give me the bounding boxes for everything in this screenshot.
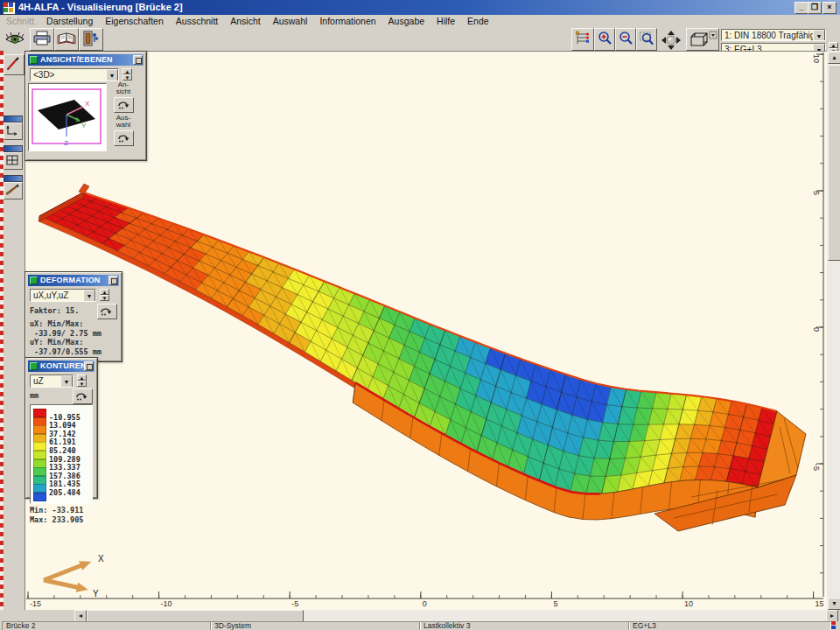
deformation-row-value: -37.97/0.555 mm — [30, 347, 119, 357]
status-model: Brücke 2 — [2, 621, 212, 630]
window-title: 4H-ALFA - Visualisierung [Brücke 2] — [18, 0, 183, 15]
legend-value: 157.386 — [49, 472, 80, 480]
panel-close-icon[interactable] — [133, 55, 143, 65]
menu-item-hilfe[interactable]: Hilfe — [430, 15, 461, 28]
legend-swatch — [33, 409, 46, 417]
faktor-label: Faktor: 15. — [30, 306, 79, 316]
menu-bar: SchnittDarstellungEigenschaftenAusschnit… — [0, 15, 840, 29]
status-system: 3D-System — [210, 621, 421, 630]
legend-swatch — [33, 467, 46, 476]
pan-navigation-pad[interactable] — [658, 28, 684, 49]
zoom-out-button[interactable] — [615, 28, 636, 51]
scroll-down-icon[interactable]: ▼ — [828, 598, 840, 610]
app-icon — [3, 2, 16, 15]
status-bar: Brücke 2 3D-System Lastkollektiv 3 EG+L3 — [0, 621, 840, 630]
menu-item-darstellung[interactable]: Darstellung — [40, 15, 99, 28]
konturen-spinner[interactable]: ▲▼ — [77, 374, 87, 388]
scroll-left-icon[interactable]: ◄ — [74, 610, 87, 622]
legend-swatch — [33, 459, 46, 468]
menu-item-ansicht[interactable]: Ansicht — [224, 15, 266, 28]
legend-value: 181.435 — [49, 480, 80, 488]
axis-y-label: Y — [81, 122, 87, 130]
display-tree-button[interactable] — [571, 28, 594, 51]
edit-pencil-button[interactable] — [4, 54, 24, 75]
exit-door-button[interactable] — [79, 28, 103, 51]
legend-swatch — [33, 476, 46, 485]
panel-icon — [30, 276, 38, 284]
menu-item-eigenschaften[interactable]: Eigenschaften — [99, 15, 170, 28]
deformation-combo[interactable]: uX,uY,uZ ▼ — [30, 289, 96, 302]
contour-legend: -10.95513.09437.14261.19185.240109.28913… — [30, 404, 93, 504]
menu-item-ausgabe[interactable]: Ausgabe — [382, 15, 430, 28]
view-spinner[interactable]: ▲▼ — [122, 68, 132, 81]
legend-swatch — [33, 493, 46, 501]
book-button[interactable] — [54, 28, 79, 51]
menu-item-ende[interactable]: Ende — [461, 15, 495, 28]
vertical-scroll-thumb[interactable] — [828, 65, 840, 261]
status-indicator-icon — [830, 621, 837, 629]
legend-swatch — [33, 484, 46, 493]
scroll-up-icon[interactable]: ▲ — [828, 52, 840, 64]
menu-item-informationen[interactable]: Informationen — [313, 15, 382, 28]
panel-konturen: KONTUREN uZ ▼ ▲▼ mm -10.95513.09437.1426… — [24, 357, 98, 499]
legend-max: Max: 233.905 — [30, 515, 94, 525]
panel-konturen-titlebar[interactable]: KONTUREN — [28, 360, 94, 372]
menu-item-ausschnitt[interactable]: Ausschnitt — [170, 15, 224, 28]
title-bar[interactable]: 4H-ALFA - Visualisierung [Brücke 2] _ ❐ … — [0, 0, 840, 15]
norm-combo-dropdown-icon[interactable]: ▼ — [813, 30, 825, 41]
panel-close-icon[interactable] — [84, 361, 94, 371]
legend-min: Min: -33.911 — [30, 506, 94, 515]
panel-icon — [30, 56, 38, 64]
legend-value: 205.484 — [49, 488, 80, 497]
panel-ansicht-titlebar[interactable]: ANSICHT/EBENEN — [28, 54, 144, 66]
apply-selection-button[interactable] — [114, 130, 134, 146]
deformation-row-label: uY: Min/Max: — [30, 338, 119, 347]
menu-item-schnitt: Schnitt — [0, 15, 40, 28]
close-button[interactable]: × — [822, 2, 836, 14]
legend-swatch — [33, 451, 46, 459]
legend-value: 13.094 — [49, 421, 76, 430]
deformation-row-value: -33.99/ 2.75 mm — [30, 329, 119, 339]
apply-deformation-button[interactable] — [97, 304, 117, 319]
legend-value: 85.240 — [49, 446, 76, 455]
legend-value: 109.289 — [49, 455, 80, 464]
panel-icon — [30, 362, 38, 370]
print-button[interactable] — [30, 28, 54, 51]
horizontal-scroll-zone: ◄ ► — [0, 610, 840, 621]
konturen-combo[interactable]: uZ ▼ — [30, 374, 74, 388]
legend-swatch — [33, 442, 46, 451]
panel-close-icon[interactable] — [108, 276, 118, 285]
konturen-combo-dropdown-icon[interactable]: ▼ — [60, 375, 73, 388]
view-combo-dropdown-icon[interactable]: ▼ — [106, 69, 118, 81]
axis-x-label: X — [85, 100, 90, 108]
left-toolbar-strip — [0, 51, 24, 621]
menu-item-auswahl[interactable]: Auswahl — [267, 15, 314, 28]
horizontal-scroll-thumb[interactable] — [87, 610, 304, 622]
panel-ansicht-ebenen: ANSICHT/EBENEN <3D> ▼ ▲▼ X Y Z — [24, 51, 147, 161]
view-combo[interactable]: <3D> ▼ — [30, 68, 119, 81]
deformation-spinner[interactable]: ▲▼ — [100, 289, 109, 302]
vertical-scrollbar[interactable]: ▲ ▼ — [827, 51, 840, 610]
minimized-panel-grid[interactable] — [4, 145, 23, 170]
legend-value: -10.955 — [49, 413, 80, 422]
view-preview[interactable]: X Y Z — [28, 83, 107, 151]
application-window: 4H-ALFA - Visualisierung [Brücke 2] _ ❐ … — [0, 0, 840, 630]
minimized-panel-measure[interactable] — [4, 175, 23, 200]
legend-value: 61.191 — [49, 438, 76, 446]
zoom-window-button[interactable] — [636, 28, 657, 51]
maximize-button[interactable]: ❐ — [808, 2, 822, 14]
view-cube-button[interactable] — [686, 28, 719, 51]
eye-icon[interactable] — [4, 28, 26, 49]
apply-view-button[interactable] — [114, 97, 134, 113]
minimized-panel-axes[interactable] — [4, 116, 23, 140]
minimize-button[interactable]: _ — [794, 2, 808, 14]
panel-deformation-titlebar[interactable]: DEFORMATION — [28, 275, 119, 286]
scroll-right-icon[interactable]: ► — [826, 610, 838, 622]
legend-value: 37.142 — [49, 430, 76, 438]
deformation-combo-dropdown-icon[interactable]: ▼ — [83, 290, 95, 302]
unit-label: mm — [30, 391, 38, 401]
apply-konturen-button[interactable] — [73, 388, 93, 404]
norm-combo[interactable]: 1: DIN 18800 Tragfähigkeit (Th ▼ — [721, 29, 826, 41]
horizontal-scrollbar[interactable]: ◄ ► — [74, 610, 838, 621]
zoom-in-button[interactable] — [594, 28, 615, 51]
